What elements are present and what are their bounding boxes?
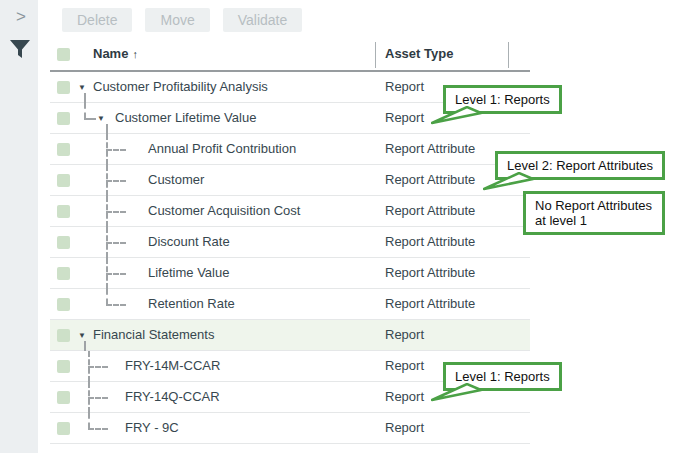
table-row[interactable]: ▼Financial StatementsReport: [50, 320, 530, 351]
tree-connector-line: [106, 304, 126, 306]
delete-button[interactable]: Delete: [62, 8, 132, 32]
tree-connector-line: [106, 242, 126, 244]
row-name-label: Discount Rate: [148, 227, 230, 257]
row-name-label: Lifetime Value: [148, 258, 229, 288]
row-name-label: FRY-14Q-CCAR: [125, 382, 220, 412]
row-asset-type: Report Attribute: [385, 258, 475, 288]
row-asset-type: Report Attribute: [385, 165, 475, 195]
tree-connector-line: [84, 118, 96, 120]
row-asset-type: Report Attribute: [385, 196, 475, 226]
table-row[interactable]: FRY - 9CReport: [50, 413, 530, 444]
table-row[interactable]: Annual Profit ContributionReport Attribu…: [50, 134, 530, 165]
callout-text: No Report Attributes at level 1: [535, 198, 652, 228]
sidebar-expand-icon[interactable]: >: [11, 6, 31, 28]
row-checkbox[interactable]: [57, 391, 70, 404]
tree-connector-line: [106, 180, 126, 182]
row-checkbox[interactable]: [57, 143, 70, 156]
tree-connector-line: [84, 93, 86, 103]
row-checkbox[interactable]: [57, 267, 70, 280]
row-name-label: Customer Acquisition Cost: [148, 196, 300, 226]
table-row[interactable]: Lifetime ValueReport Attribute: [50, 258, 530, 289]
row-name-label: Customer Lifetime Value: [115, 103, 256, 133]
select-all-checkbox[interactable]: [57, 48, 70, 61]
column-name-label: Name: [93, 46, 128, 61]
row-name-label: Customer: [148, 165, 204, 195]
row-asset-type: Report: [385, 351, 424, 381]
row-asset-type: Report Attribute: [385, 289, 475, 319]
row-checkbox[interactable]: [57, 112, 70, 125]
callout: No Report Attributes at level 1: [523, 191, 665, 235]
row-name-label: Financial Statements: [93, 320, 214, 350]
row-name-label: FRY-14M-CCAR: [125, 351, 220, 381]
row-name-label: Annual Profit Contribution: [148, 134, 296, 164]
row-name-label: FRY - 9C: [125, 413, 179, 443]
tree-connector-line: [106, 273, 126, 275]
callout-tail: [483, 172, 535, 191]
callout-text: Level 1: Reports: [455, 92, 550, 107]
filter-sidebar: >: [0, 0, 38, 453]
table-header: Name↑ Asset Type: [50, 40, 530, 72]
table-row[interactable]: CustomerReport Attribute: [50, 165, 530, 196]
expand-arrow-icon[interactable]: ▼: [78, 331, 86, 340]
toolbar: Delete Move Validate: [62, 8, 302, 32]
column-resize-handle[interactable]: [375, 42, 376, 68]
row-checkbox[interactable]: [57, 329, 70, 342]
callout: Level 1: Reports: [443, 85, 562, 114]
row-checkbox[interactable]: [57, 205, 70, 218]
expand-arrow-icon[interactable]: ▼: [97, 114, 105, 123]
row-name-label: Customer Profitability Analysis: [93, 72, 268, 102]
row-asset-type: Report Attribute: [385, 134, 475, 164]
table-row[interactable]: Customer Acquisition CostReport Attribut…: [50, 196, 530, 227]
row-asset-type: Report: [385, 413, 424, 443]
tree-connector-line: [106, 289, 108, 304]
row-checkbox[interactable]: [57, 360, 70, 373]
app-window: > Delete Move Validate Name↑ Asset Type …: [0, 0, 700, 453]
tree-connector-line: [88, 366, 108, 368]
sort-ascending-icon: ↑: [132, 48, 138, 60]
row-asset-type: Report: [385, 103, 424, 133]
validate-button[interactable]: Validate: [223, 8, 303, 32]
table-row[interactable]: Discount RateReport Attribute: [50, 227, 530, 258]
row-checkbox[interactable]: [57, 81, 70, 94]
callout: Level 1: Reports: [443, 362, 562, 391]
row-asset-type: Report: [385, 382, 424, 412]
row-checkbox[interactable]: [57, 174, 70, 187]
move-button[interactable]: Move: [145, 8, 209, 32]
tree-connector-line: [84, 103, 86, 118]
column-header-name[interactable]: Name↑: [93, 46, 138, 61]
column-header-asset-type[interactable]: Asset Type: [385, 46, 453, 61]
row-checkbox[interactable]: [57, 236, 70, 249]
tree-connector-line: [84, 341, 86, 351]
tree-connector-line: [106, 211, 126, 213]
tree-connector-line: [88, 397, 108, 399]
tree-connector-line: [88, 413, 90, 428]
callout-text: Level 2: Report Attributes: [507, 158, 653, 173]
tree-connector-line: [88, 428, 108, 430]
callout-tail: [431, 383, 483, 402]
row-asset-type: Report: [385, 320, 424, 350]
filter-icon[interactable]: [8, 37, 32, 61]
tree-connector-line: [106, 149, 126, 151]
row-checkbox[interactable]: [57, 422, 70, 435]
row-name-label: Retention Rate: [148, 289, 235, 319]
table-row[interactable]: Retention RateReport Attribute: [50, 289, 530, 320]
expand-arrow-icon[interactable]: ▼: [78, 83, 86, 92]
tree-connector-line: [106, 124, 108, 134]
callout: Level 2: Report Attributes: [495, 151, 665, 180]
row-checkbox[interactable]: [57, 298, 70, 311]
row-asset-type: Report Attribute: [385, 227, 475, 257]
callout-text: Level 1: Reports: [455, 369, 550, 384]
row-asset-type: Report: [385, 72, 424, 102]
column-resize-handle[interactable]: [508, 42, 509, 68]
callout-tail: [431, 106, 483, 125]
